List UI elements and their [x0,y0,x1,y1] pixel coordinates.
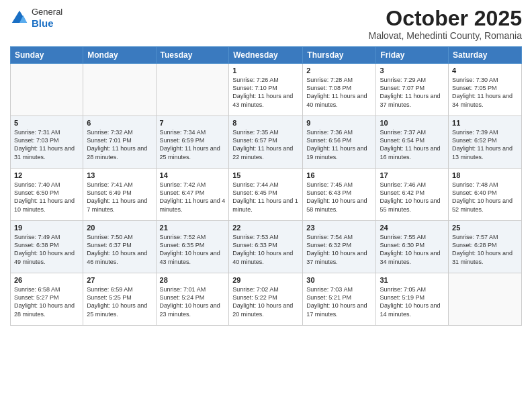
day-number: 12 [14,171,79,179]
day-info: Sunrise: 7:48 AM Sunset: 6:40 PM Dayligh… [452,181,518,214]
day-info: Sunrise: 7:44 AM Sunset: 6:45 PM Dayligh… [232,181,299,214]
table-row: 9Sunrise: 7:36 AM Sunset: 6:56 PM Daylig… [303,116,376,169]
table-row: 28Sunrise: 7:01 AM Sunset: 5:24 PM Dayli… [156,273,229,326]
table-row: 20Sunrise: 7:50 AM Sunset: 6:37 PM Dayli… [83,221,156,273]
logo: General Blue [10,7,62,30]
day-info: Sunrise: 7:30 AM Sunset: 7:05 PM Dayligh… [452,76,518,109]
day-number: 18 [452,171,518,179]
logo-blue: Blue [32,17,62,30]
calendar-week-1: 1Sunrise: 7:26 AM Sunset: 7:10 PM Daylig… [11,64,522,116]
day-number: 29 [232,276,299,284]
table-row: 11Sunrise: 7:39 AM Sunset: 6:52 PM Dayli… [449,116,522,169]
day-info: Sunrise: 7:54 AM Sunset: 6:32 PM Dayligh… [306,233,372,266]
title-block: October 2025 Malovat, Mehedinti County, … [368,7,522,41]
day-info: Sunrise: 7:40 AM Sunset: 6:50 PM Dayligh… [14,181,79,214]
day-info: Sunrise: 7:53 AM Sunset: 6:33 PM Dayligh… [232,233,299,266]
calendar-week-5: 26Sunrise: 6:58 AM Sunset: 5:27 PM Dayli… [11,273,522,326]
day-number: 6 [87,119,152,127]
col-wednesday: Wednesday [229,47,303,64]
day-info: Sunrise: 7:45 AM Sunset: 6:43 PM Dayligh… [306,181,372,214]
table-row: 13Sunrise: 7:41 AM Sunset: 6:49 PM Dayli… [83,169,156,221]
header: General Blue October 2025 Malovat, Mehed… [10,7,522,41]
table-row: 18Sunrise: 7:48 AM Sunset: 6:40 PM Dayli… [449,169,522,221]
calendar-subtitle: Malovat, Mehedinti County, Romania [368,30,522,41]
day-number: 27 [87,276,152,284]
logo-general: General [32,7,62,17]
day-number: 25 [452,224,518,232]
day-info: Sunrise: 7:35 AM Sunset: 6:57 PM Dayligh… [232,128,299,161]
day-number: 30 [306,276,372,284]
table-row: 12Sunrise: 7:40 AM Sunset: 6:50 PM Dayli… [11,169,83,221]
col-sunday: Sunday [11,47,83,64]
day-number: 17 [380,171,445,179]
day-info: Sunrise: 7:46 AM Sunset: 6:42 PM Dayligh… [380,181,445,214]
col-tuesday: Tuesday [156,47,229,64]
table-row: 17Sunrise: 7:46 AM Sunset: 6:42 PM Dayli… [376,169,449,221]
day-number: 5 [14,119,79,127]
table-row: 30Sunrise: 7:03 AM Sunset: 5:21 PM Dayli… [303,273,376,326]
day-info: Sunrise: 6:58 AM Sunset: 5:27 PM Dayligh… [14,285,79,318]
day-number: 1 [232,66,299,75]
table-row [83,64,156,116]
day-info: Sunrise: 7:42 AM Sunset: 6:47 PM Dayligh… [160,181,226,214]
table-row: 21Sunrise: 7:52 AM Sunset: 6:35 PM Dayli… [156,221,229,273]
table-row: 8Sunrise: 7:35 AM Sunset: 6:57 PM Daylig… [229,116,303,169]
day-number: 8 [232,119,299,127]
day-number: 26 [14,276,79,284]
day-info: Sunrise: 7:36 AM Sunset: 6:56 PM Dayligh… [306,128,372,161]
table-row [11,64,83,116]
day-info: Sunrise: 7:02 AM Sunset: 5:22 PM Dayligh… [232,285,299,318]
day-number: 9 [306,119,372,127]
day-info: Sunrise: 7:01 AM Sunset: 5:24 PM Dayligh… [160,285,226,318]
day-number: 20 [87,224,152,232]
day-info: Sunrise: 7:05 AM Sunset: 5:19 PM Dayligh… [380,285,445,318]
col-saturday: Saturday [449,47,522,64]
day-number: 3 [380,66,445,75]
table-row: 27Sunrise: 6:59 AM Sunset: 5:25 PM Dayli… [83,273,156,326]
table-row: 22Sunrise: 7:53 AM Sunset: 6:33 PM Dayli… [229,221,303,273]
logo-icon [10,9,29,28]
table-row: 23Sunrise: 7:54 AM Sunset: 6:32 PM Dayli… [303,221,376,273]
page: General Blue October 2025 Malovat, Mehed… [0,0,532,411]
day-number: 22 [232,224,299,232]
table-row: 5Sunrise: 7:31 AM Sunset: 7:03 PM Daylig… [11,116,83,169]
day-number: 14 [160,171,226,179]
day-info: Sunrise: 7:52 AM Sunset: 6:35 PM Dayligh… [160,233,226,266]
table-row [156,64,229,116]
table-row: 16Sunrise: 7:45 AM Sunset: 6:43 PM Dayli… [303,169,376,221]
day-info: Sunrise: 7:55 AM Sunset: 6:30 PM Dayligh… [380,233,445,266]
day-number: 31 [380,276,445,284]
table-row: 26Sunrise: 6:58 AM Sunset: 5:27 PM Dayli… [11,273,83,326]
col-friday: Friday [376,47,449,64]
day-info: Sunrise: 7:28 AM Sunset: 7:08 PM Dayligh… [306,76,372,109]
col-monday: Monday [83,47,156,64]
calendar-header-row: Sunday Monday Tuesday Wednesday Thursday… [11,47,522,64]
table-row: 19Sunrise: 7:49 AM Sunset: 6:38 PM Dayli… [11,221,83,273]
calendar-week-4: 19Sunrise: 7:49 AM Sunset: 6:38 PM Dayli… [11,221,522,273]
table-row: 7Sunrise: 7:34 AM Sunset: 6:59 PM Daylig… [156,116,229,169]
day-info: Sunrise: 7:49 AM Sunset: 6:38 PM Dayligh… [14,233,79,266]
calendar-week-2: 5Sunrise: 7:31 AM Sunset: 7:03 PM Daylig… [11,116,522,169]
day-number: 4 [452,66,518,75]
table-row: 25Sunrise: 7:57 AM Sunset: 6:28 PM Dayli… [449,221,522,273]
day-info: Sunrise: 7:31 AM Sunset: 7:03 PM Dayligh… [14,128,79,161]
day-number: 7 [160,119,226,127]
day-info: Sunrise: 7:34 AM Sunset: 6:59 PM Dayligh… [160,128,226,161]
day-info: Sunrise: 6:59 AM Sunset: 5:25 PM Dayligh… [87,285,152,318]
day-info: Sunrise: 7:03 AM Sunset: 5:21 PM Dayligh… [306,285,372,318]
table-row: 6Sunrise: 7:32 AM Sunset: 7:01 PM Daylig… [83,116,156,169]
day-number: 2 [306,66,372,75]
calendar-week-3: 12Sunrise: 7:40 AM Sunset: 6:50 PM Dayli… [11,169,522,221]
day-number: 24 [380,224,445,232]
day-info: Sunrise: 7:50 AM Sunset: 6:37 PM Dayligh… [87,233,152,266]
day-info: Sunrise: 7:32 AM Sunset: 7:01 PM Dayligh… [87,128,152,161]
day-info: Sunrise: 7:37 AM Sunset: 6:54 PM Dayligh… [380,128,445,161]
day-number: 13 [87,171,152,179]
table-row: 15Sunrise: 7:44 AM Sunset: 6:45 PM Dayli… [229,169,303,221]
day-number: 11 [452,119,518,127]
day-number: 16 [306,171,372,179]
day-number: 23 [306,224,372,232]
table-row: 2Sunrise: 7:28 AM Sunset: 7:08 PM Daylig… [303,64,376,116]
day-number: 28 [160,276,226,284]
day-number: 15 [232,171,299,179]
